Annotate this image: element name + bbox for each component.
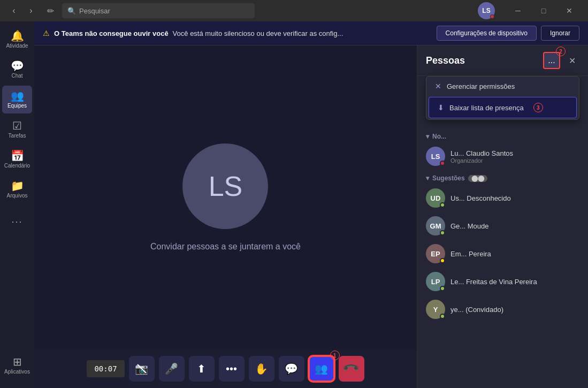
step-badge-2: 2 [556,47,566,56]
avatar-status-dot [490,14,494,19]
teams-icon: 👥 [11,90,24,101]
content-area: LS Convidar pessoas a se juntarem a você… [34,45,417,388]
person-info-ls: Lu... Claudio Santos Organizador [450,149,579,164]
status-dot-lp [440,286,445,291]
person-name-y: ye... (Convidado) [450,306,579,314]
window-controls: ─ □ ✕ [506,2,582,19]
section-arrow-na: ▾ [426,133,429,140]
status-dot-ep [440,258,445,263]
mic-icon: 🎤 [165,362,178,375]
manage-permissions-icon: ✕ [435,82,441,90]
person-name-ls: Lu... Claudio Santos [450,149,579,157]
section-label-na: No... [432,133,446,140]
video-avatar-initials: LS [209,170,243,202]
chat-icon: 💬 [11,60,24,71]
section-na-reuniao: ▾ No... [417,128,588,142]
raise-hand-icon: ✋ [255,362,268,375]
more-btn-wrapper: ... 2 [543,52,560,69]
person-info-ud: Us... Desconhecido [450,194,579,202]
calendar-icon: 📅 [11,150,24,161]
person-item-ep[interactable]: EP Em... Pereira [417,240,588,268]
forward-button[interactable]: › [24,3,39,18]
user-avatar[interactable]: LS [478,2,495,19]
sidebar-item-atividade[interactable]: 🔔 Atividade [2,26,32,54]
video-button[interactable]: 📷 [129,356,155,382]
sidebar-item-tarefas[interactable]: ☑ Tarefas [2,116,32,143]
banner-bold-text: O Teams não consegue ouvir você [54,29,169,37]
dropdown-menu: ✕ Gerenciar permissões ⬇ Baixar lista de… [426,76,579,120]
sidebar-item-chat[interactable]: 💬 Chat [2,56,32,83]
apps-icon: ⊞ [13,356,22,367]
end-call-icon: 📞 [342,360,361,378]
person-name-lp: Le... Freitas de Vina Pereira [450,278,579,286]
sidebar-item-calendario[interactable]: 📅 Calendário [2,146,32,173]
people-icon: 👥 [315,362,328,375]
warning-icon: ⚠ [43,29,50,37]
people-button[interactable]: 👥 [309,356,334,382]
sidebar: 🔔 Atividade 💬 Chat 👥 Equipes ☑ Tarefas 📅… [0,21,34,388]
person-item-gm[interactable]: GM Ge... Moude [417,212,588,240]
maximize-button[interactable]: □ [531,2,556,19]
banner-detail: Você está muito silencioso ou deve verif… [173,29,343,37]
avatar-initials-lp: LP [431,278,440,286]
sidebar-bottom: ⊞ Aplicativos [2,352,32,384]
person-info-gm: Ge... Moude [450,222,579,230]
person-item-ls[interactable]: LS Lu... Claudio Santos Organizador [417,142,588,170]
section-arrow-sug: ▾ [426,174,429,182]
panel-close-button[interactable]: ✕ [564,53,579,68]
share-icon: ⬆ [197,362,206,375]
end-call-button[interactable]: 📞 [339,356,364,382]
bell-icon: 🔔 [11,31,24,41]
search-placeholder: Pesquisar [79,7,110,15]
download-list-label: Baixar lista de presença [449,104,524,112]
chat-button[interactable]: 💬 [279,356,304,382]
person-avatar-ep: EP [426,244,445,263]
call-timer: 00:07 [87,360,124,377]
search-icon: 🔍 [67,7,76,15]
panel-title: Pessoas [426,55,539,66]
video-area: LS Convidar pessoas a se juntarem a você [34,45,417,349]
person-info-y: ye... (Convidado) [450,306,579,314]
manage-permissions-label: Gerenciar permissões [447,82,515,90]
sidebar-item-equipes[interactable]: 👥 Equipes [2,86,32,113]
share-button[interactable]: ⬆ [189,356,215,382]
person-info-lp: Le... Freitas de Vina Pereira [450,278,579,286]
person-avatar-ud: UD [426,188,445,208]
minimize-button[interactable]: ─ [506,2,530,19]
person-item-ud[interactable]: UD Us... Desconhecido [417,184,588,212]
more-button[interactable]: ••• [219,356,245,382]
content-row: LS Convidar pessoas a se juntarem a você… [34,45,588,388]
close-button[interactable]: ✕ [557,2,582,19]
person-item-y[interactable]: Y ye... (Convidado) [417,295,588,323]
tasks-icon: ☑ [12,120,22,131]
mic-button[interactable]: 🎤 [159,356,185,382]
panel-content: ▾ No... LS Lu... Claudio Santos Organiza… [417,124,588,388]
sidebar-item-aplicativos[interactable]: ⊞ Aplicativos [2,352,32,379]
raise-hand-button[interactable]: ✋ [249,356,274,382]
person-item-lp[interactable]: LP Le... Freitas de Vina Pereira [417,268,588,295]
settings-button[interactable]: Configurações de dispositivo [437,26,537,41]
suggestions-count: ⬤⬤ [468,175,487,182]
manage-permissions-item[interactable]: ✕ Gerenciar permissões [426,77,579,96]
compose-icon[interactable]: ✏ [43,3,58,18]
avatar-initials-ls: LS [431,153,440,161]
video-avatar: LS [182,143,268,229]
sidebar-item-arquivos[interactable]: 📁 Arquivos [2,176,32,203]
back-button[interactable]: ‹ [6,3,21,18]
status-dot-ls [440,161,445,166]
invite-text: Convidar pessoas a se juntarem a você [150,242,301,252]
ignore-button[interactable]: Ignorar [541,26,579,41]
avatar-initials-ud: UD [431,194,441,202]
search-bar[interactable]: 🔍 Pesquisar [62,3,255,18]
person-avatar-lp: LP [426,272,445,291]
sidebar-item-more[interactable]: ... [2,206,32,233]
main-layout: 🔔 Atividade 💬 Chat 👥 Equipes ☑ Tarefas 📅… [0,21,588,388]
step-badge-1: 1 [330,351,340,360]
section-label-sug: Sugestões [432,174,465,182]
download-list-item[interactable]: ⬇ Baixar lista de presença 3 [429,97,577,118]
nav-buttons: ‹ › [6,3,39,18]
notification-banner: ⚠ O Teams não consegue ouvir você Você e… [34,21,588,45]
status-dot-gm [440,230,445,235]
person-name-ud: Us... Desconhecido [450,194,579,202]
person-info-ep: Em... Pereira [450,250,579,258]
